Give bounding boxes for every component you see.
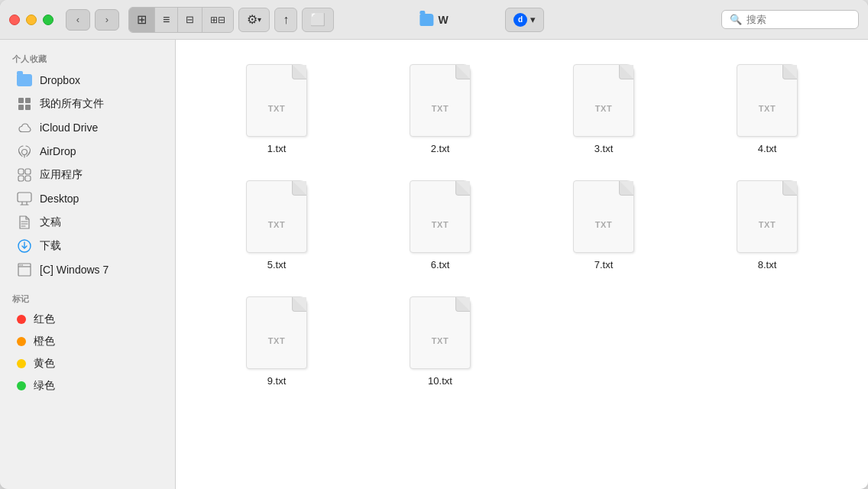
green-tag-dot <box>17 381 26 390</box>
favorites-header: 个人收藏 <box>0 47 175 68</box>
forward-button[interactable]: › <box>95 9 119 31</box>
dropbox-button[interactable]: d ▾ <box>505 8 544 32</box>
file-item-1[interactable]: TXT 1.txt <box>199 55 355 164</box>
icon-view-button[interactable]: ⊞ <box>129 8 155 32</box>
tag-icon: ⬜ <box>310 12 326 27</box>
svg-rect-0 <box>18 98 24 103</box>
back-button[interactable]: ‹ <box>66 9 90 31</box>
content-area: 个人收藏 Dropbox 我的所有文件 <box>0 40 868 489</box>
sidebar-item-windows7[interactable]: [C] Windows 7 <box>5 258 170 281</box>
txt-type-label: TXT <box>432 336 449 345</box>
main-file-area: TXT 1.txt TXT 2.txt TXT 3.txt TXT 4.txt … <box>176 40 868 489</box>
file-item-5[interactable]: TXT 5.txt <box>199 171 355 280</box>
txt-type-label: TXT <box>595 220 612 229</box>
grid-icon: ⊞ <box>137 12 147 27</box>
sidebar-item-airdrop[interactable]: AirDrop <box>5 140 170 163</box>
sidebar-item-label: iCloud Drive <box>40 121 98 134</box>
txt-type-label: TXT <box>432 220 449 229</box>
txt-type-label: TXT <box>268 336 285 345</box>
red-tag-dot <box>17 315 26 324</box>
action-button[interactable]: ⚙ ▾ <box>238 8 270 32</box>
desktop-icon <box>17 191 32 206</box>
file-name-label: 7.txt <box>594 259 614 270</box>
dropbox-folder-icon <box>17 73 32 88</box>
window-title: W <box>438 14 448 26</box>
tags-header: 标记 <box>0 287 175 308</box>
txt-type-label: TXT <box>759 104 776 113</box>
maximize-button[interactable] <box>43 15 53 25</box>
svg-rect-9 <box>25 176 31 181</box>
orange-tag-dot <box>17 337 26 346</box>
titlebar: ‹ › ⊞ ≡ ⊟ ⊞⊟ ⚙ ▾ <box>0 0 868 40</box>
downloads-icon <box>17 238 32 254</box>
folder-icon <box>419 14 433 26</box>
file-item-7[interactable]: TXT 7.txt <box>526 171 682 280</box>
sidebar-item-label: 我的所有文件 <box>40 97 104 111</box>
sidebar-item-orange[interactable]: 橙色 <box>5 331 170 352</box>
file-item-10[interactable]: TXT 10.txt <box>362 287 518 396</box>
column-icon: ⊟ <box>186 14 194 25</box>
svg-rect-6 <box>18 169 24 174</box>
dropbox-label: ▾ <box>530 14 536 25</box>
txt-file-icon: TXT <box>737 180 798 253</box>
sidebar-item-desktop[interactable]: Desktop <box>5 187 170 210</box>
tag-button[interactable]: ⬜ <box>302 8 334 32</box>
file-grid: TXT 1.txt TXT 2.txt TXT 3.txt TXT 4.txt … <box>191 55 853 396</box>
finder-window: ‹ › ⊞ ≡ ⊟ ⊞⊟ ⚙ ▾ <box>0 0 868 489</box>
txt-type-label: TXT <box>759 220 776 229</box>
list-view-button[interactable]: ≡ <box>155 8 178 32</box>
txt-file-icon: TXT <box>737 64 798 137</box>
gallery-view-button[interactable]: ⊞⊟ <box>202 8 233 32</box>
txt-file-icon: TXT <box>410 64 471 137</box>
file-name-label: 8.txt <box>758 259 777 270</box>
sidebar-item-label: 文稿 <box>40 215 61 229</box>
view-group: ⊞ ≡ ⊟ ⊞⊟ <box>128 7 234 33</box>
share-button[interactable]: ↑ <box>274 8 297 32</box>
file-name-label: 1.txt <box>267 143 287 154</box>
file-name-label: 4.txt <box>758 143 777 154</box>
dropbox-icon: d <box>513 13 527 27</box>
search-input[interactable] <box>747 14 850 25</box>
svg-point-4 <box>22 150 28 155</box>
search-icon: 🔍 <box>730 14 742 25</box>
column-view-button[interactable]: ⊟ <box>178 8 202 32</box>
windows-icon <box>17 262 32 277</box>
svg-rect-3 <box>25 105 31 110</box>
sidebar-item-yellow[interactable]: 黄色 <box>5 353 170 374</box>
sidebar-item-label: Desktop <box>40 193 79 205</box>
sidebar-item-icloud[interactable]: iCloud Drive <box>5 116 170 139</box>
file-item-8[interactable]: TXT 8.txt <box>689 171 845 280</box>
sidebar-item-documents[interactable]: 文稿 <box>5 211 170 234</box>
txt-file-icon: TXT <box>246 296 307 369</box>
file-item-3[interactable]: TXT 3.txt <box>526 55 682 164</box>
search-box[interactable]: 🔍 <box>721 10 859 29</box>
txt-file-icon: TXT <box>410 180 471 253</box>
sidebar-item-label: AirDrop <box>40 145 76 157</box>
file-name-label: 9.txt <box>267 375 287 387</box>
file-name-label: 10.txt <box>428 375 452 387</box>
sidebar-item-label: 绿色 <box>34 379 55 393</box>
svg-rect-2 <box>18 105 24 110</box>
txt-file-icon: TXT <box>573 180 634 253</box>
sidebar-item-dropbox[interactable]: Dropbox <box>5 69 170 92</box>
sidebar-item-allfiles[interactable]: 我的所有文件 <box>5 92 170 115</box>
sidebar-item-label: 橙色 <box>34 335 55 348</box>
sidebar-item-red[interactable]: 红色 <box>5 309 170 330</box>
share-icon: ↑ <box>283 13 289 27</box>
file-name-label: 5.txt <box>267 259 287 270</box>
svg-rect-1 <box>25 98 31 103</box>
sidebar-item-downloads[interactable]: 下载 <box>5 235 170 257</box>
sidebar-item-label: 红色 <box>34 313 55 326</box>
txt-type-label: TXT <box>268 220 285 229</box>
close-button[interactable] <box>9 15 20 25</box>
file-item-4[interactable]: TXT 4.txt <box>689 55 845 164</box>
txt-type-label: TXT <box>268 104 285 113</box>
minimize-button[interactable] <box>26 15 37 25</box>
file-item-2[interactable]: TXT 2.txt <box>362 55 518 164</box>
sidebar: 个人收藏 Dropbox 我的所有文件 <box>0 40 176 489</box>
sidebar-item-green[interactable]: 绿色 <box>5 375 170 397</box>
file-item-6[interactable]: TXT 6.txt <box>362 171 518 280</box>
file-item-9[interactable]: TXT 9.txt <box>199 287 355 396</box>
sidebar-item-apps[interactable]: 应用程序 <box>5 164 170 186</box>
list-icon: ≡ <box>163 13 170 27</box>
